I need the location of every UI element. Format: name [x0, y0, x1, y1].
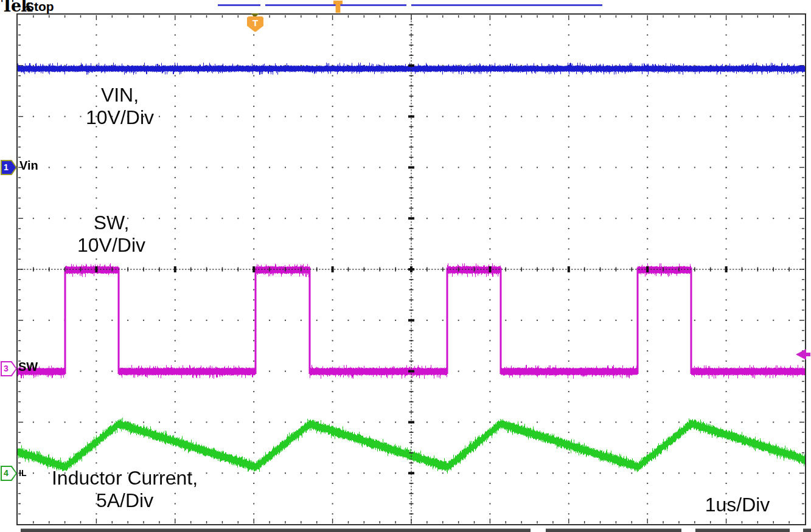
sw-annotation-line2: 10V/Div	[47, 234, 175, 257]
channel-3-badge-number: 3	[1, 361, 12, 376]
sw-annotation-line1: SW,	[47, 212, 175, 234]
channel-4-badge[interactable]: 4	[1, 466, 17, 481]
trigger-level-arrow-icon[interactable]	[796, 349, 806, 360]
vin-annotation-line1: VIN,	[56, 84, 184, 106]
record-view-line-segment	[218, 4, 260, 6]
record-view-trigger-marker-icon[interactable]	[333, 1, 343, 13]
oscilloscope-screen: Tek Stop T 1 3 4 Vin SW IL VIN, 10V/Div …	[0, 0, 811, 532]
vin-annotation-line2: 10V/Div	[56, 106, 184, 129]
channel-4-badge-number: 4	[1, 466, 12, 481]
channel-3-badge[interactable]: 3	[1, 361, 17, 376]
inductor-current-annotation-line2: 5A/Div	[30, 489, 219, 512]
sw-annotation: SW, 10V/Div	[47, 212, 175, 257]
inductor-current-annotation-line1: Inductor Current,	[30, 467, 219, 489]
bottom-menu-button[interactable]	[546, 528, 681, 532]
timebase-annotation: 1us/Div	[677, 494, 798, 516]
inductor-current-annotation: Inductor Current, 5A/Div	[30, 467, 219, 512]
bottom-menu-button[interactable]	[21, 528, 531, 532]
record-view-line-segment	[411, 4, 602, 6]
channel-3-trace-label: SW	[18, 360, 38, 374]
channel-1-badge[interactable]: 1	[1, 160, 17, 175]
bottom-menu-button[interactable]	[695, 528, 790, 532]
acquisition-status: Stop	[26, 0, 54, 14]
channel-4-trace-label: IL	[19, 468, 26, 478]
bottom-menu-button[interactable]	[803, 528, 811, 532]
trigger-level-arrow-stem	[806, 353, 810, 356]
channel-1-badge-number: 1	[1, 160, 12, 175]
channel-1-trace-label: Vin	[19, 159, 38, 173]
vin-annotation: VIN, 10V/Div	[56, 84, 184, 129]
